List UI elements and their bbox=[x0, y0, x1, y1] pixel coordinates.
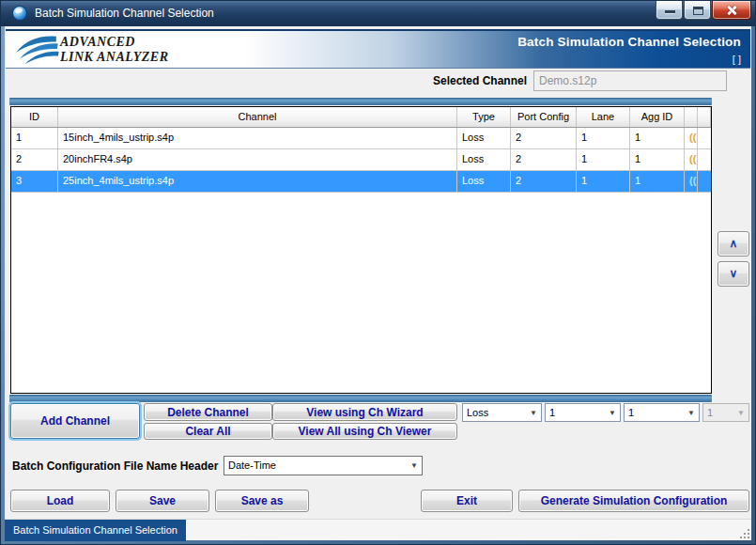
move-down-button[interactable]: ∨ bbox=[717, 261, 749, 287]
chevron-down-icon: ▼ bbox=[410, 461, 418, 470]
table-top-scrollbar[interactable] bbox=[9, 98, 712, 105]
delete-channel-button[interactable]: Delete Channel bbox=[144, 403, 272, 421]
table-row[interactable]: 2 20inchFR4.s4p Loss 2 1 1 (( bbox=[11, 149, 711, 171]
col-header-port-config[interactable]: Port Config bbox=[511, 107, 577, 127]
chevron-down-icon: ∨ bbox=[730, 267, 738, 280]
channel-table: ID Channel Type Port Config Lane Agg ID … bbox=[10, 106, 712, 394]
brand-waves-icon bbox=[14, 34, 59, 68]
client-area: ADVANCED LINK ANALYZER Batch Simulation … bbox=[5, 26, 751, 540]
file-name-header-dropdown[interactable]: Date-Time ▼ bbox=[224, 456, 423, 475]
app-window: Batch Simulation Channel Selection ADVAN… bbox=[0, 0, 756, 545]
add-channel-button[interactable]: Add Channel bbox=[10, 403, 140, 439]
banner-brackets: [ ] bbox=[733, 54, 741, 65]
cell-lane: 1 bbox=[577, 128, 630, 148]
chevron-down-icon: ▼ bbox=[687, 409, 695, 417]
cell-lane: 1 bbox=[577, 149, 630, 170]
col-header-clipped bbox=[698, 107, 711, 127]
col-header-clipped bbox=[685, 107, 698, 127]
port-config-dropdown-value: 1 bbox=[549, 407, 555, 418]
col-header-lane[interactable]: Lane bbox=[577, 107, 630, 127]
selected-channel-label: Selected Channel bbox=[239, 74, 527, 87]
table-header-row: ID Channel Type Port Config Lane Agg ID bbox=[11, 107, 711, 128]
maximize-button[interactable] bbox=[684, 1, 711, 20]
status-bar: Batch Simulation Channel Selection bbox=[5, 519, 751, 540]
view-ch-wizard-button[interactable]: View using Ch Wizard bbox=[272, 403, 457, 421]
col-header-type[interactable]: Type bbox=[457, 107, 511, 127]
col-header-channel[interactable]: Channel bbox=[58, 107, 457, 127]
view-all-ch-viewer-button[interactable]: View All using Ch Viewer bbox=[272, 423, 457, 440]
table-row[interactable]: 1 15inch_4mils_ustrip.s4p Loss 2 1 1 (( bbox=[11, 128, 711, 149]
brand-line2: LINK ANALYZER bbox=[60, 50, 169, 65]
cell-id: 2 bbox=[11, 149, 58, 170]
cell-clipped: (( bbox=[685, 171, 698, 192]
save-button[interactable]: Save bbox=[116, 490, 209, 512]
cell-clipped: (( bbox=[685, 149, 698, 170]
type-dropdown[interactable]: Loss ▼ bbox=[462, 403, 542, 422]
app-icon bbox=[12, 6, 27, 21]
header-banner: ADVANCED LINK ANALYZER Batch Simulation … bbox=[6, 29, 750, 69]
window-controls bbox=[655, 1, 751, 20]
cell-id: 3 bbox=[11, 171, 58, 192]
exit-button[interactable]: Exit bbox=[421, 490, 513, 512]
minimize-button[interactable] bbox=[656, 1, 683, 20]
cell-channel: 25inch_4mils_ustrip.s4p bbox=[58, 171, 457, 192]
cell-agg-id: 1 bbox=[630, 128, 685, 148]
cell-agg-id: 1 bbox=[630, 149, 685, 170]
load-button[interactable]: Load bbox=[10, 490, 110, 512]
save-as-button[interactable]: Save as bbox=[215, 490, 309, 512]
minimize-icon bbox=[665, 10, 675, 13]
cell-port-config: 2 bbox=[511, 149, 577, 170]
cell-lane: 1 bbox=[577, 171, 630, 192]
agg-id-dropdown-value: 1 bbox=[707, 407, 713, 418]
agg-id-dropdown-disabled: 1 ▼ bbox=[702, 403, 749, 422]
chevron-down-icon: ▼ bbox=[609, 409, 616, 417]
resize-grip[interactable] bbox=[738, 527, 749, 538]
brand-name: ADVANCED LINK ANALYZER bbox=[60, 35, 169, 65]
chevron-down-icon: ▼ bbox=[530, 409, 537, 417]
close-icon bbox=[725, 4, 738, 17]
cell-type: Loss bbox=[457, 171, 511, 192]
cell-port-config: 2 bbox=[511, 171, 577, 192]
file-name-header-value: Date-Time bbox=[228, 459, 276, 471]
batch-config-label: Batch Configuration File Name Header bbox=[12, 457, 218, 476]
status-text: Batch Simulation Channel Selection bbox=[5, 520, 186, 541]
close-button[interactable] bbox=[712, 1, 751, 20]
col-header-agg-id[interactable]: Agg ID bbox=[630, 107, 685, 127]
cell-channel: 20inchFR4.s4p bbox=[58, 149, 457, 170]
page-title: Batch Simulation Channel Selection bbox=[517, 35, 741, 49]
move-up-button[interactable]: ∧ bbox=[717, 231, 749, 257]
window-title: Batch Simulation Channel Selection bbox=[35, 1, 214, 26]
generate-simulation-configuration-button[interactable]: Generate Simulation Configuration bbox=[518, 490, 749, 512]
lane-dropdown[interactable]: 1 ▼ bbox=[624, 403, 700, 422]
col-header-id[interactable]: ID bbox=[11, 107, 58, 127]
title-bar[interactable]: Batch Simulation Channel Selection bbox=[1, 1, 755, 26]
cell-type: Loss bbox=[457, 128, 511, 148]
chevron-down-icon: ▼ bbox=[737, 409, 745, 417]
port-config-dropdown[interactable]: 1 ▼ bbox=[545, 403, 621, 422]
cell-port-config: 2 bbox=[511, 128, 577, 148]
lane-dropdown-value: 1 bbox=[628, 407, 634, 418]
clear-all-button[interactable]: Clear All bbox=[144, 423, 272, 440]
cell-agg-id: 1 bbox=[630, 171, 685, 192]
brand-line1: ADVANCED bbox=[60, 35, 169, 50]
cell-type: Loss bbox=[457, 149, 511, 170]
cell-channel: 15inch_4mils_ustrip.s4p bbox=[58, 128, 457, 148]
cell-clipped: (( bbox=[685, 128, 698, 148]
table-bottom-scrollbar[interactable] bbox=[9, 395, 712, 402]
maximize-icon bbox=[693, 7, 703, 15]
cell-id: 1 bbox=[11, 128, 58, 148]
selected-channel-field[interactable] bbox=[533, 70, 727, 91]
type-dropdown-value: Loss bbox=[467, 407, 488, 418]
table-row-selected[interactable]: 3 25inch_4mils_ustrip.s4p Loss 2 1 1 (( bbox=[11, 171, 711, 193]
chevron-up-icon: ∧ bbox=[730, 237, 738, 250]
